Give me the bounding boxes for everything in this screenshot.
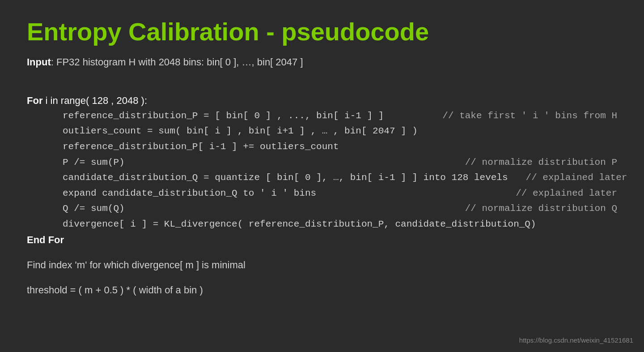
code-line-3: reference_distribution_P[ i-1 ] += outli…	[27, 139, 617, 155]
code-line-4-text: P /= sum(P)	[63, 155, 125, 171]
code-line-7-comment: // normalize distribution Q	[447, 201, 617, 217]
code-line-7-text: Q /= sum(Q)	[63, 201, 125, 217]
spacer-2	[27, 271, 617, 284]
input-label: Input	[27, 56, 51, 68]
code-line-6: expand candidate_distribution_Q to ' i '…	[27, 186, 617, 202]
code-line-2-text: outliers_count = sum( bin[ i ] , bin[ i+…	[63, 124, 418, 139]
code-line-6-comment: // explained later	[498, 186, 617, 202]
code-line-8-text: divergence[ i ] = KL_divergence( referen…	[63, 217, 536, 232]
code-line-7: Q /= sum(Q) // normalize distribution Q	[27, 201, 617, 217]
code-line-5-comment: // explained later	[508, 170, 627, 186]
code-line-2: outliers_count = sum( bin[ i ] , bin[ i+…	[27, 124, 617, 139]
for-loop-footer: End For	[27, 234, 617, 246]
threshold-line: threshold = ( m + 0.5 ) * ( width of a b…	[27, 284, 617, 296]
code-line-4-comment: // normalize distribution P	[447, 155, 617, 171]
find-line: Find index 'm' for which divergence[ m ]…	[27, 259, 617, 271]
input-text: : FP32 histogram H with 2048 bins: bin[ …	[51, 56, 303, 68]
spacer-1	[27, 82, 617, 95]
code-line-8: divergence[ i ] = KL_divergence( referen…	[27, 217, 617, 232]
code-line-1-comment: // take first ' i ' bins from H	[424, 108, 617, 124]
page-title: Entropy Calibration - pseudocode	[27, 18, 617, 46]
code-line-6-text: expand candidate_distribution_Q to ' i '…	[63, 186, 316, 202]
code-line-1-text: reference_distribution_P = [ bin[ 0 ] , …	[63, 108, 384, 124]
for-loop-body: reference_distribution_P = [ bin[ 0 ] , …	[27, 108, 617, 232]
for-keyword: For	[27, 95, 42, 106]
code-line-4: P /= sum(P) // normalize distribution P	[27, 155, 617, 171]
code-line-3-text: reference_distribution_P[ i-1 ] += outli…	[63, 139, 339, 155]
footer-url: https://blog.csdn.net/weixin_41521681	[519, 336, 633, 344]
for-header-rest: i in range( 128 , 2048 ):	[42, 95, 147, 106]
code-line-1: reference_distribution_P = [ bin[ 0 ] , …	[27, 108, 617, 124]
for-loop-header: For i in range( 128 , 2048 ):	[27, 95, 617, 107]
code-line-5: candidate_distribution_Q = quantize [ bi…	[27, 170, 617, 186]
input-description: Input: FP32 histogram H with 2048 bins: …	[27, 56, 617, 68]
code-line-5-text: candidate_distribution_Q = quantize [ bi…	[63, 170, 508, 186]
